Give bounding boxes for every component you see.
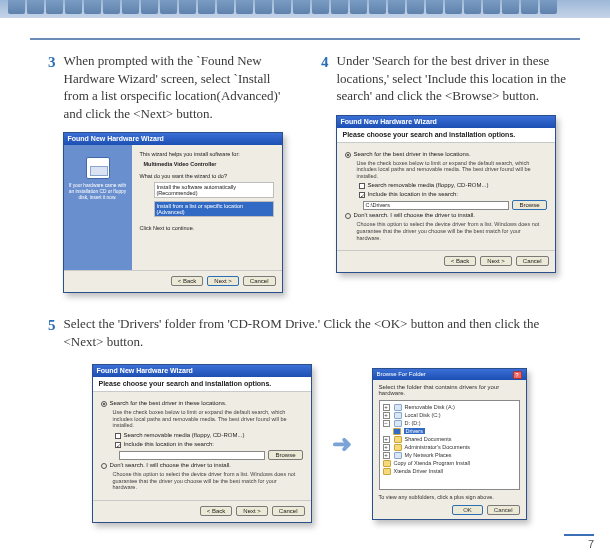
arrow-icon: ➜: [332, 430, 352, 458]
page-number: 7: [564, 534, 594, 550]
wizard-header: Please choose your search and installati…: [337, 128, 555, 143]
dialog-title: Browse For Folder: [377, 371, 426, 380]
browse-button: Browse: [268, 450, 302, 460]
cancel-button: Cancel: [487, 505, 520, 515]
wizard-screenshot-5a: Found New Hardware Wizard Please choose …: [92, 364, 312, 523]
radio-dont-search: Don't search. I will choose the driver t…: [345, 212, 547, 219]
step-text: When prompted with the `Found New Hardwa…: [64, 52, 298, 122]
search-subtext: Use the check boxes below to limit or ex…: [357, 160, 547, 180]
close-icon: ?: [513, 371, 522, 379]
continue-text: Click Next to continue.: [140, 225, 274, 231]
ok-button: OK: [452, 505, 483, 515]
tree-hint: To view any subfolders, click a plus sig…: [379, 494, 520, 500]
option-auto: Install the software automatically (Reco…: [154, 182, 274, 198]
step-text: Under 'Search for the best driver in the…: [337, 52, 571, 105]
wizard-screenshot-3: Found New Hardware Wizard If your hardwa…: [63, 132, 283, 293]
cd-hint: If your hardware came with an installati…: [64, 183, 132, 200]
option-list-selected: Install from a list or specific location…: [154, 201, 274, 217]
cancel-button: Cancel: [516, 256, 549, 266]
window-titlebar: Found New Hardware Wizard: [337, 116, 555, 128]
browse-button: Browse: [512, 200, 546, 210]
back-button: < Back: [171, 276, 204, 286]
device-name: Multimedia Video Controller: [144, 161, 274, 167]
wizard-screenshot-4: Found New Hardware Wizard Please choose …: [336, 115, 556, 274]
browse-folder-dialog: Browse For Folder ? Select the folder th…: [372, 368, 527, 520]
check-removable: Search removable media (floppy, CD-ROM..…: [359, 182, 547, 189]
next-button: Next >: [236, 506, 268, 516]
drivers-folder-selected: Drivers: [383, 428, 516, 436]
intro-text: This wizard helps you install software f…: [140, 151, 274, 157]
folder-tree: +Removable Disk (A:) +Local Disk (C:) −D…: [379, 400, 520, 490]
step-4: 4 Under 'Search for the best driver in t…: [321, 52, 570, 105]
path-field: C:\Drivers: [363, 201, 510, 210]
question-text: What do you want the wizard to do?: [140, 173, 274, 179]
step-number: 3: [48, 52, 56, 122]
tab-strip: [0, 0, 610, 18]
path-field: [119, 451, 266, 460]
next-button: Next >: [207, 276, 239, 286]
dont-subtext: Choose this option to select the device …: [357, 221, 547, 241]
step-text: Select the 'Drivers' folder from 'CD-ROM…: [64, 315, 571, 350]
back-button: < Back: [200, 506, 233, 516]
step-5: 5 Select the 'Drivers' folder from 'CD-R…: [48, 315, 570, 350]
back-button: < Back: [444, 256, 477, 266]
step-number: 4: [321, 52, 329, 105]
check-include: Include this location in the search:: [359, 191, 547, 198]
cancel-button: Cancel: [272, 506, 305, 516]
window-titlebar: Found New Hardware Wizard: [64, 133, 282, 145]
step-number: 5: [48, 315, 56, 350]
cancel-button: Cancel: [243, 276, 276, 286]
radio-search: Search for the best driver in these loca…: [345, 151, 547, 158]
window-titlebar: Found New Hardware Wizard: [93, 365, 311, 377]
dialog-prompt: Select the folder that contains drivers …: [379, 384, 520, 396]
next-button: Next >: [480, 256, 512, 266]
radio-search: Search for the best driver in these loca…: [101, 400, 303, 407]
step-3: 3 When prompted with the `Found New Hard…: [48, 52, 297, 122]
hardware-icon: [86, 157, 110, 179]
wizard-header: Please choose your search and installati…: [93, 377, 311, 392]
divider: [30, 38, 580, 40]
